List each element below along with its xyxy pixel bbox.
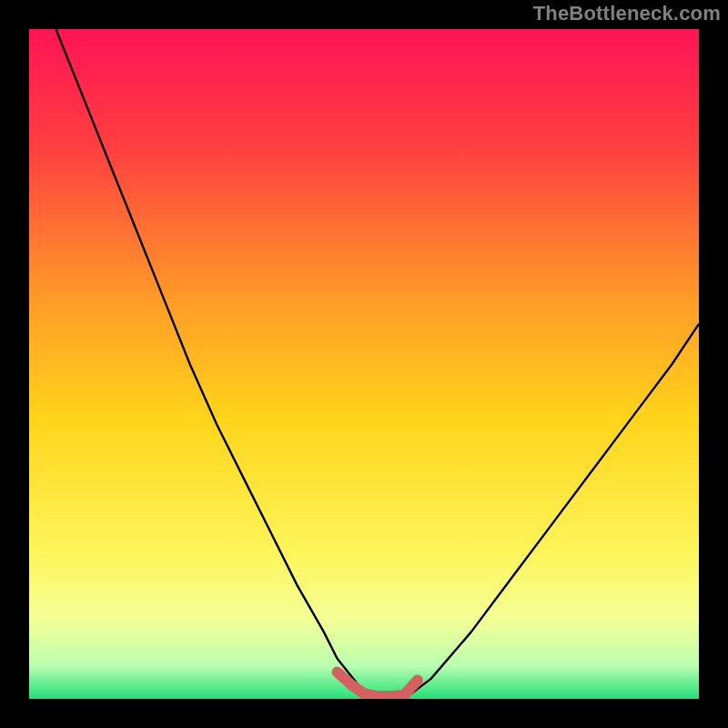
chart-plot-area	[29, 29, 699, 699]
chart-svg	[29, 29, 699, 699]
chart-frame: TheBottleneck.com	[0, 0, 728, 728]
watermark-text: TheBottleneck.com	[533, 2, 721, 25]
gradient-background	[29, 29, 699, 699]
